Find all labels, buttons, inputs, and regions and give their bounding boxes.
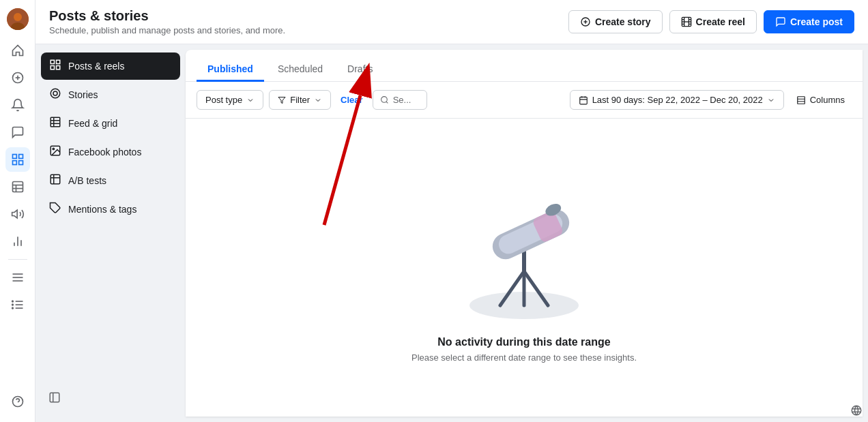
page-title: Posts & stories (49, 8, 285, 24)
sidebar-item-feed-grid[interactable]: Feed & grid (41, 110, 180, 137)
chevron-down-icon (246, 96, 255, 104)
tabs-bar: Published Scheduled Drafts (186, 50, 863, 82)
sidebar-label-posts-reels: Posts & reels (68, 61, 124, 72)
tab-scheduled[interactable]: Scheduled (267, 58, 334, 82)
svg-rect-57 (579, 97, 587, 104)
create-reel-label: Create reel (696, 16, 745, 27)
home-icon[interactable] (5, 38, 30, 63)
filter-label: Filter (290, 95, 310, 105)
help-icon[interactable] (5, 389, 30, 414)
svg-point-23 (12, 301, 13, 302)
columns-label: Columns (810, 95, 845, 105)
svg-rect-7 (18, 155, 23, 159)
menu-icon[interactable] (5, 265, 30, 290)
page-subtitle: Schedule, publish and manage posts and s… (49, 25, 285, 35)
search-icon (380, 95, 389, 104)
add-icon[interactable] (5, 65, 30, 90)
sidebar-label-stories: Stories (68, 89, 98, 100)
main-panel: Published Scheduled Drafts Post type (186, 50, 863, 417)
svg-rect-42 (57, 66, 60, 70)
columns-icon (796, 95, 806, 105)
tab-published[interactable]: Published (197, 58, 264, 82)
svg-rect-10 (12, 182, 23, 192)
filter-icon (278, 96, 286, 104)
tab-drafts[interactable]: Drafts (336, 58, 384, 82)
svg-marker-54 (278, 97, 285, 103)
chart-icon[interactable] (5, 229, 30, 254)
create-reel-button[interactable]: Create reel (669, 10, 757, 33)
sidebar-label-mentions-tags: Mentions & tags (68, 204, 136, 215)
filter-chevron-icon (314, 96, 322, 104)
create-post-label: Create post (790, 16, 843, 27)
svg-line-56 (386, 102, 388, 103)
content-body: Posts & reels Stories (35, 44, 868, 422)
sidebar-item-posts-reels[interactable]: Posts & reels (41, 52, 180, 80)
svg-rect-6 (12, 155, 16, 159)
svg-rect-8 (12, 161, 16, 165)
status-bar (850, 404, 863, 419)
facebook-photos-nav-icon (49, 145, 61, 160)
svg-rect-61 (797, 96, 805, 104)
create-reel-icon (681, 16, 692, 27)
header-title: Posts & stories Schedule, publish and ma… (49, 8, 285, 35)
filters-bar: Post type Filter Clear (186, 82, 863, 119)
sidebar-label-ab-tests: A/B tests (68, 175, 106, 186)
svg-point-55 (381, 97, 387, 103)
bell-icon[interactable] (5, 93, 30, 117)
sidebar-label-facebook-photos: Facebook photos (68, 147, 141, 157)
empty-state: No activity during this date range Pleas… (186, 119, 863, 417)
sidebar-item-ab-tests[interactable]: A/B tests (41, 167, 180, 194)
svg-point-44 (53, 91, 57, 95)
create-story-button[interactable]: Create story (568, 10, 663, 33)
clear-button[interactable]: Clear (336, 92, 367, 108)
filter-button[interactable]: Filter (269, 90, 331, 110)
empty-subtitle: Please select a different date range to … (411, 352, 637, 363)
svg-rect-41 (50, 66, 54, 70)
top-header: Posts & stories Schedule, publish and ma… (35, 0, 868, 44)
megaphone-icon[interactable] (5, 202, 30, 226)
sidebar-label-feed-grid: Feed & grid (68, 118, 117, 129)
date-range-filter[interactable]: Last 90 days: Sep 22, 2022 – Dec 20, 202… (570, 90, 784, 110)
calendar-icon (579, 95, 588, 105)
feed-grid-nav-icon (49, 116, 61, 131)
create-story-icon (580, 16, 591, 27)
sidebar-item-stories[interactable]: Stories (41, 81, 180, 108)
avatar[interactable] (7, 8, 29, 30)
svg-rect-40 (57, 60, 60, 63)
columns-button[interactable]: Columns (790, 91, 852, 109)
ab-tests-nav-icon (49, 173, 61, 188)
create-post-icon (775, 16, 786, 27)
posts-reels-nav-icon (49, 59, 61, 74)
svg-rect-45 (50, 117, 60, 127)
sidebar-item-facebook-photos[interactable]: Facebook photos (41, 138, 180, 166)
svg-rect-39 (50, 60, 54, 63)
table-icon[interactable] (5, 175, 30, 199)
svg-point-50 (53, 148, 54, 149)
svg-rect-52 (50, 393, 59, 402)
svg-point-25 (12, 307, 13, 309)
divider (8, 259, 27, 260)
svg-point-43 (50, 89, 60, 98)
posts-reels-icon[interactable] (5, 147, 30, 172)
date-range-label: Last 90 days: Sep 22, 2022 – Dec 20, 202… (592, 95, 763, 105)
svg-rect-9 (18, 161, 23, 165)
date-chevron-icon (767, 96, 775, 104)
create-post-button[interactable]: Create post (764, 10, 854, 33)
mentions-tags-nav-icon (49, 202, 61, 217)
message-icon[interactable] (5, 120, 30, 145)
icon-rail (0, 0, 35, 422)
search-box[interactable]: Se... (373, 90, 427, 110)
create-story-label: Create story (595, 16, 651, 27)
telescope-illustration (449, 172, 599, 322)
list-icon[interactable] (5, 292, 30, 317)
svg-point-24 (12, 304, 13, 305)
post-type-filter[interactable]: Post type (197, 90, 263, 110)
sidebar-toggle-button[interactable] (44, 387, 66, 408)
search-placeholder: Se... (393, 95, 411, 105)
globe-icon (850, 404, 863, 417)
svg-point-1 (14, 13, 22, 21)
post-type-label: Post type (205, 95, 242, 105)
sidebar-item-mentions-tags[interactable]: Mentions & tags (41, 196, 180, 223)
stories-nav-icon (49, 87, 61, 102)
svg-point-75 (852, 406, 861, 415)
